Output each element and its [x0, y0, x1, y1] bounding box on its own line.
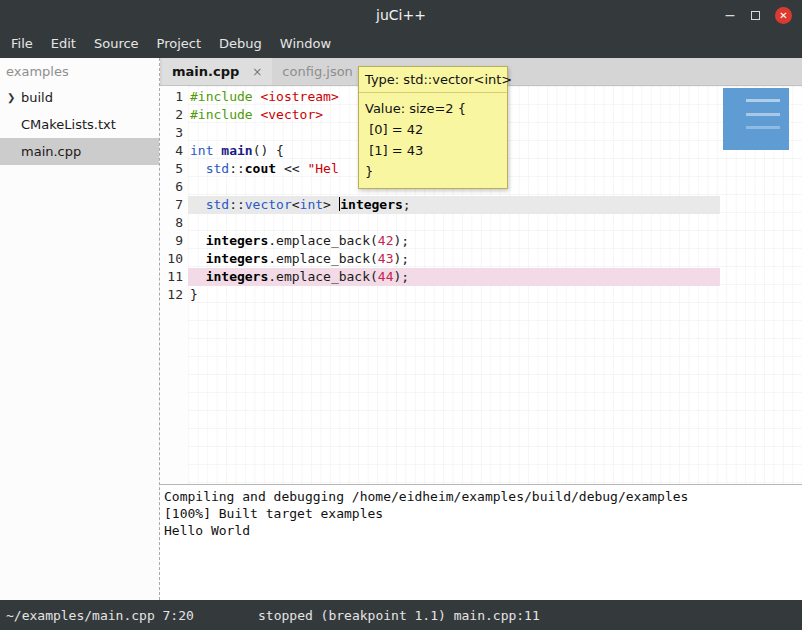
tooltip-value-line: [1] = 43	[365, 140, 501, 161]
line-number[interactable]: 4	[160, 142, 188, 160]
tab-close-icon[interactable]: ×	[252, 65, 262, 79]
tooltip-value-line: Value: size=2 {	[365, 98, 501, 119]
line-number[interactable]: 11	[160, 268, 188, 286]
tab-label: config.json	[282, 64, 353, 79]
window-title: juCi++	[0, 7, 802, 23]
source-map-slider[interactable]	[723, 88, 789, 150]
terminal-line: Compiling and debugging /home/eidheim/ex…	[164, 488, 798, 505]
line-number[interactable]: 1	[160, 88, 188, 106]
source-map	[720, 86, 802, 484]
menu-window[interactable]: Window	[271, 30, 340, 58]
status-bar: ~/examples/main.cpp 7:20 stopped (breakp…	[0, 600, 802, 630]
menu-edit[interactable]: Edit	[42, 30, 85, 58]
tab-main-cpp[interactable]: main.cpp×	[162, 58, 272, 85]
code-line-9[interactable]: integers.emplace_back(42);	[188, 232, 720, 250]
tooltip-value-line: [0] = 42	[365, 119, 501, 140]
line-number[interactable]: 2	[160, 106, 188, 124]
tree-item-cmakelists-txt[interactable]: CMakeLists.txt	[0, 111, 159, 138]
tree-item-build[interactable]: ❯build	[0, 84, 159, 111]
line-number[interactable]: 5	[160, 160, 188, 178]
menu-source[interactable]: Source	[85, 30, 148, 58]
line-number[interactable]: 9	[160, 232, 188, 250]
tooltip-type-line: Type: std::vector<int>	[359, 67, 507, 93]
line-number[interactable]: 8	[160, 214, 188, 232]
line-number[interactable]: 6	[160, 178, 188, 196]
menu-debug[interactable]: Debug	[210, 30, 271, 58]
terminal-line: Hello World	[164, 522, 798, 539]
tree-item-label: main.cpp	[21, 144, 81, 159]
code-line-12[interactable]: }	[188, 286, 720, 304]
tree-item-label: build	[21, 90, 53, 105]
code-line-8[interactable]	[188, 214, 720, 232]
menu-project[interactable]: Project	[148, 30, 210, 58]
gutter[interactable]: 123456789101112	[160, 86, 188, 484]
menu-bar: FileEditSourceProjectDebugWindow	[0, 30, 802, 58]
menu-file[interactable]: File	[2, 30, 42, 58]
expander-icon[interactable]: ❯	[7, 92, 21, 103]
terminal-line: [100%] Built target examples	[164, 505, 798, 522]
tree-item-main-cpp[interactable]: main.cpp	[0, 138, 159, 165]
tooltip-value-line: }	[365, 161, 501, 182]
code-line-10[interactable]: integers.emplace_back(43);	[188, 250, 720, 268]
file-browser: examples ❯buildCMakeLists.txtmain.cpp	[0, 58, 160, 600]
minimize-button[interactable]: −	[724, 0, 736, 30]
title-bar: juCi++ − ✕	[0, 0, 802, 30]
close-button[interactable]: ✕	[775, 7, 792, 24]
debug-tooltip: Type: std::vector<int> Value: size=2 { […	[358, 66, 508, 189]
tooltip-value-block: Value: size=2 { [0] = 42 [1] = 43}	[359, 93, 507, 188]
tab-label: main.cpp	[172, 64, 239, 79]
status-debug: stopped (breakpoint 1.1) main.cpp:11	[258, 608, 540, 623]
code-line-7[interactable]: std::vector<int> integers;	[188, 196, 720, 214]
line-number[interactable]: 3	[160, 124, 188, 142]
status-location: ~/examples/main.cpp 7:20	[6, 608, 194, 623]
code-line-11[interactable]: integers.emplace_back(44);	[188, 268, 720, 286]
file-tree: ❯buildCMakeLists.txtmain.cpp	[0, 84, 159, 165]
line-number[interactable]: 12	[160, 286, 188, 304]
file-browser-header: examples	[0, 58, 159, 84]
line-number[interactable]: 10	[160, 250, 188, 268]
window-controls: − ✕	[724, 0, 792, 30]
restore-button[interactable]	[751, 11, 760, 20]
debug-terminal[interactable]: Compiling and debugging /home/eidheim/ex…	[160, 484, 802, 600]
tree-item-label: CMakeLists.txt	[21, 117, 116, 132]
line-number[interactable]: 7	[160, 196, 188, 214]
